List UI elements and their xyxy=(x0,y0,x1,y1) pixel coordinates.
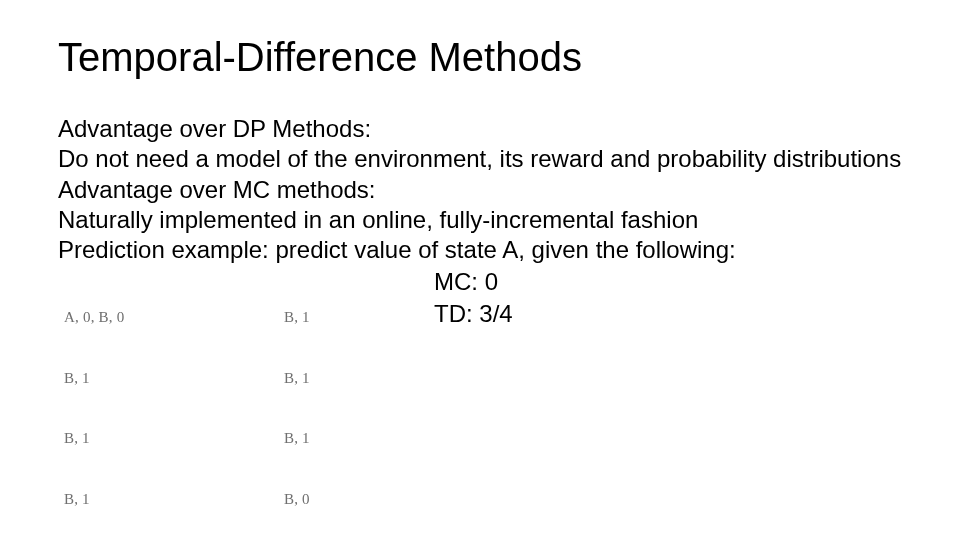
seq-right-3: B, 0 xyxy=(284,489,434,509)
body-line-2: Do not need a model of the environment, … xyxy=(58,144,902,173)
seq-left-2: B, 1 xyxy=(64,428,284,448)
seq-left-1: B, 1 xyxy=(64,368,284,388)
body-line-3: Advantage over MC methods: xyxy=(58,175,902,204)
result-mc: MC: 0 xyxy=(434,266,513,297)
example-row: A, 0, B, 0 B, 1 B, 1 B, 1 B, 1 B, 1 B, 1… xyxy=(58,266,902,540)
results: MC: 0 TD: 3/4 xyxy=(434,266,513,328)
slide-body: Advantage over DP Methods: Do not need a… xyxy=(58,114,902,540)
sequence-column-right: B, 1 B, 1 B, 1 B, 0 xyxy=(284,266,434,540)
seq-right-2: B, 1 xyxy=(284,428,434,448)
seq-left-3: B, 1 xyxy=(64,489,284,509)
slide: Temporal-Difference Methods Advantage ov… xyxy=(0,0,960,540)
body-line-5: Prediction example: predict value of sta… xyxy=(58,235,902,264)
sequence-column-left: A, 0, B, 0 B, 1 B, 1 B, 1 xyxy=(58,266,284,540)
seq-right-1: B, 1 xyxy=(284,368,434,388)
body-line-4: Naturally implemented in an online, full… xyxy=(58,205,902,234)
seq-right-0: B, 1 xyxy=(284,307,434,327)
seq-left-0: A, 0, B, 0 xyxy=(64,307,284,327)
result-td: TD: 3/4 xyxy=(434,298,513,329)
body-line-1: Advantage over DP Methods: xyxy=(58,114,902,143)
slide-title: Temporal-Difference Methods xyxy=(58,34,902,80)
